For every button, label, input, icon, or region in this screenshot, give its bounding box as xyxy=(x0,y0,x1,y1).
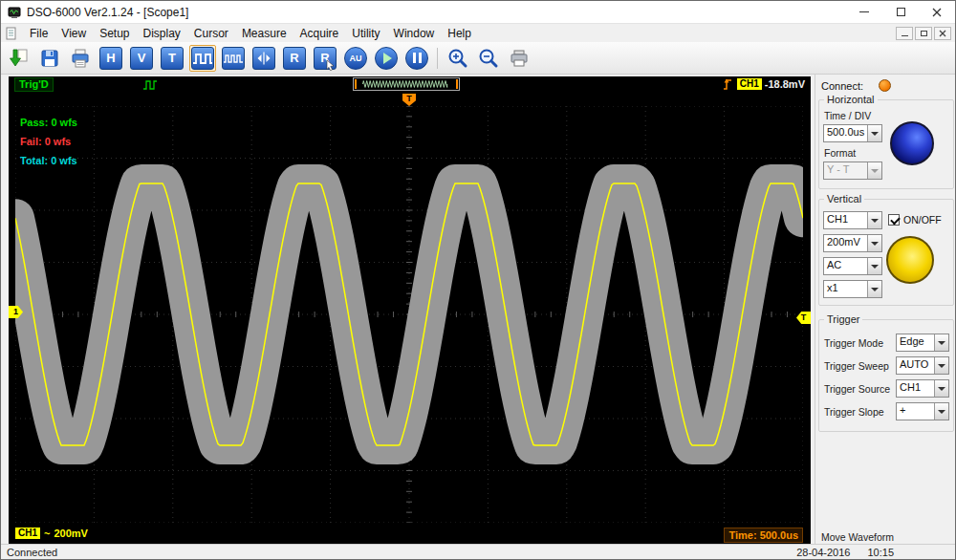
pass-fail-counters: Pass: 0 wfs Fail: 0 wfs Total: 0 wfs xyxy=(20,113,77,170)
connect-row: Connect: xyxy=(821,79,891,92)
connection-status: Connected xyxy=(7,547,57,558)
trigger-slope-select[interactable]: + xyxy=(896,402,949,420)
channel1-readout: CH1 ~ 200mV xyxy=(15,528,88,539)
vertical-group-title: Vertical xyxy=(824,193,864,205)
close-button[interactable] xyxy=(919,1,955,23)
toolbar: H V T R R xyxy=(1,42,955,75)
menu-help[interactable]: Help xyxy=(441,26,478,41)
channel-onoff-checkbox[interactable]: ON/OFF xyxy=(888,214,942,226)
mdi-restore-button[interactable] xyxy=(915,27,932,40)
minimize-button[interactable] xyxy=(846,1,882,23)
probe-value: x1 xyxy=(824,281,867,297)
menu-display[interactable]: Display xyxy=(137,26,187,41)
trigger-setup-icon: T xyxy=(161,47,184,70)
print-button[interactable] xyxy=(67,45,94,72)
autoset-button[interactable]: AU xyxy=(342,45,369,72)
maximize-icon xyxy=(897,8,905,16)
vertical-setup-button[interactable]: V xyxy=(128,45,155,72)
format-label: Format xyxy=(824,147,856,159)
refresh-button[interactable]: R xyxy=(281,45,308,72)
open-button[interactable] xyxy=(6,45,33,72)
save-icon xyxy=(39,48,60,69)
trigger-slope-value: + xyxy=(897,403,934,420)
horizontal-setup-button[interactable]: H xyxy=(98,45,124,72)
chevron-down-icon xyxy=(934,380,948,397)
waveform-display xyxy=(15,106,803,523)
trigger-mode-value: Edge xyxy=(897,334,934,351)
pass-count: Pass: 0 wfs xyxy=(20,113,77,132)
preview-left-bracket xyxy=(355,79,357,89)
volts-div-value: 200mV xyxy=(824,235,867,251)
expand-button[interactable] xyxy=(250,45,277,72)
open-icon xyxy=(9,48,30,69)
menu-utility[interactable]: Utility xyxy=(345,26,386,41)
mdi-window-controls xyxy=(896,27,955,40)
trigger-slope-label: Trigger Slope xyxy=(824,406,884,418)
play-icon xyxy=(375,47,398,70)
menu-acquire[interactable]: Acquire xyxy=(293,26,346,41)
mdi-minimize-button[interactable] xyxy=(896,27,913,40)
time-div-value: 500.0us xyxy=(824,125,867,141)
control-panel: Connect: Horizontal Time / DIV 500.0us F… xyxy=(815,75,956,546)
trigger-status-badge: Trig'D xyxy=(14,77,54,92)
coupling-select[interactable]: AC xyxy=(823,257,882,275)
channel1-badge: CH1 xyxy=(15,528,40,539)
pause-button[interactable] xyxy=(403,45,430,72)
trigger-position-marker[interactable]: T xyxy=(402,94,416,106)
connect-label: Connect: xyxy=(821,80,863,92)
document-icon xyxy=(5,27,17,40)
restore-icon xyxy=(921,31,927,36)
chevron-down-icon xyxy=(867,125,881,141)
probe-select[interactable]: x1 xyxy=(823,280,882,298)
chevron-down-icon xyxy=(934,357,948,374)
channel-value: CH1 xyxy=(824,212,867,228)
cursor-refresh-button[interactable]: R xyxy=(312,45,338,72)
chevron-down-icon xyxy=(867,212,881,228)
save-button[interactable] xyxy=(36,45,63,72)
run-button[interactable] xyxy=(373,45,400,72)
refresh-icon: R xyxy=(283,47,306,70)
horizontal-group-title: Horizontal xyxy=(824,94,878,105)
zoom-out-button[interactable] xyxy=(475,45,502,72)
menu-window[interactable]: Window xyxy=(387,26,442,41)
zoom-in-button[interactable] xyxy=(445,45,471,72)
waveform-mode-button[interactable] xyxy=(189,45,216,72)
menu-view[interactable]: View xyxy=(54,26,93,41)
trigger-group-title: Trigger xyxy=(824,313,862,325)
channel-select[interactable]: CH1 xyxy=(823,211,882,229)
record-preview[interactable] xyxy=(353,77,460,91)
menu-setup[interactable]: Setup xyxy=(93,26,136,41)
trigger-edge-icon xyxy=(722,77,734,91)
menu-bar: File View Setup Display Cursor Measure A… xyxy=(1,24,955,42)
status-date: 28-04-2016 xyxy=(796,547,850,558)
print-preview-button[interactable] xyxy=(506,45,532,72)
horizontal-knob[interactable] xyxy=(890,121,934,165)
trigger-sweep-select[interactable]: AUTO xyxy=(896,356,949,375)
toolbar-separator xyxy=(437,48,438,69)
trigger-mode-select[interactable]: Edge xyxy=(896,334,949,352)
status-time: 10:15 xyxy=(867,547,894,558)
connect-button[interactable] xyxy=(879,79,891,92)
time-div-select[interactable]: 500.0us xyxy=(823,124,882,142)
volts-div-select[interactable]: 200mV xyxy=(823,234,882,252)
trigger-setup-button[interactable]: T xyxy=(159,45,185,72)
pause-icon xyxy=(405,47,428,70)
waveform-mode-alt-button[interactable] xyxy=(220,45,247,72)
trigger-sweep-value: AUTO xyxy=(897,357,934,374)
scope-display-area: Trig'D CH1 -18.8mV T Pass: 0 wfs Fail: 0… xyxy=(9,76,811,546)
printer-icon xyxy=(509,48,530,69)
menu-measure[interactable]: Measure xyxy=(235,26,293,41)
mdi-close-button[interactable] xyxy=(934,27,951,40)
horizontal-group: Horizontal Time / DIV 500.0us Format Y -… xyxy=(818,99,954,189)
preview-right-bracket xyxy=(456,79,458,89)
trigger-source-select[interactable]: CH1 xyxy=(896,379,949,398)
close-icon xyxy=(932,8,942,17)
chevron-down-icon xyxy=(867,281,881,297)
menu-cursor[interactable]: Cursor xyxy=(187,26,235,41)
vertical-knob[interactable] xyxy=(886,236,934,284)
maximize-button[interactable] xyxy=(882,1,919,23)
menu-file[interactable]: File xyxy=(23,26,54,41)
status-bar: Connected 28-04-2016 10:15 xyxy=(1,544,955,559)
coupling-value: AC xyxy=(824,258,867,274)
chevron-down-icon xyxy=(867,258,881,274)
